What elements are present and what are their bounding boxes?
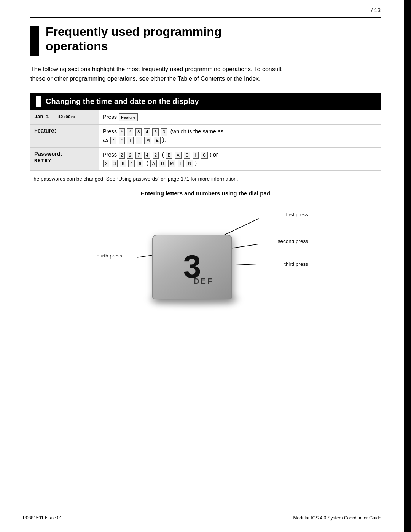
star-key-4: * [119, 137, 125, 144]
p3-key-6: 6 [137, 160, 143, 167]
table-row: Feature: Press * * 8 4 6 3 (which is the… [30, 125, 381, 148]
p3-key-In: I [178, 160, 184, 167]
key-8: 8 [135, 128, 142, 136]
p3-key-S: S [184, 152, 190, 159]
section-block-decoration [36, 96, 41, 107]
p3-key-N: N [186, 160, 193, 167]
page-number-bar: / 13 [30, 0, 381, 18]
p3-key-7: 7 [135, 152, 142, 159]
table-row: Jan 1 12:00PM Press Feature . [30, 110, 381, 125]
p3-key-2a: 2 [119, 152, 125, 159]
p3-key-I: I [193, 152, 199, 159]
chapter-block-decoration [30, 26, 39, 56]
star-key-1: * [119, 128, 125, 136]
key-E: E [154, 137, 160, 144]
p3-key-Ad: A [150, 160, 157, 167]
step3-label: Password: RETRY [30, 147, 99, 171]
label-first-press: first press [286, 212, 308, 217]
p3-key-Mi: M [168, 160, 175, 167]
p3-key-4b: 4 [128, 160, 134, 167]
retry-display: RETRY [34, 158, 95, 164]
star-key-2: * [127, 128, 133, 136]
p3-key-2d: 2 [103, 160, 109, 167]
label-third-press: third press [284, 261, 308, 267]
step3-instruction: Press 2 2 7 4 2 ( B A S I C ) or 2 3 8 [99, 147, 381, 171]
key-T: T [127, 137, 134, 144]
key-3-def: DEF [194, 277, 213, 286]
dialpad-section: Entering letters and numbers using the d… [30, 190, 381, 326]
chapter-heading: Frequently used programming operations [30, 24, 381, 56]
intro-paragraph: The following sections highlight the mos… [30, 65, 289, 84]
p3-key-C: C [201, 152, 208, 159]
page-footer: P0881591 Issue 01 Modular ICS 4.0 System… [23, 513, 381, 521]
key-I: I [136, 137, 142, 144]
p3-key-2c: 2 [153, 152, 159, 159]
p3-key-2b: 2 [127, 152, 133, 159]
key-3: 3 [161, 128, 167, 136]
key-3-body: 3 DEF [152, 235, 232, 299]
star-key-3: * [110, 137, 116, 144]
key-M: M [144, 137, 151, 144]
step1-instruction: Press Feature . [99, 110, 381, 125]
steps-table: Jan 1 12:00PM Press Feature . Feature: P… [30, 110, 381, 171]
step2-instruction: Press * * 8 4 6 3 (which is the same as … [99, 125, 381, 148]
jan-display: Jan 1 12:00PM [34, 114, 75, 120]
step2-label: Feature: [30, 125, 99, 148]
chapter-title: Frequently used programming operations [46, 24, 221, 54]
key-3-container: 3 DEF [145, 227, 244, 311]
label-second-press: second press [278, 238, 308, 244]
label-fourth-press: fourth press [95, 253, 122, 259]
dialpad-heading: Entering letters and numbers using the d… [30, 190, 381, 197]
key-6: 6 [152, 128, 158, 136]
section-heading: Changing the time and date on the displa… [30, 93, 381, 110]
page-number: / 13 [371, 7, 381, 13]
dialpad-diagram: 3 DEF first press second press third pre… [95, 204, 316, 326]
p3-key-A: A [175, 152, 181, 159]
footer-left: P0881591 Issue 01 [23, 515, 62, 521]
step1-label: Jan 1 12:00PM [30, 110, 99, 125]
section-title: Changing the time and date on the displa… [46, 97, 199, 106]
page-container: / 13 Frequently used programming operati… [0, 0, 411, 532]
p3-key-3: 3 [112, 160, 118, 167]
p3-key-B: B [166, 152, 172, 159]
note-text: The passwords can be changed. See “Using… [30, 175, 381, 183]
table-row: Password: RETRY Press 2 2 7 4 2 ( B A S … [30, 147, 381, 171]
feature-key: Feature [119, 113, 138, 121]
content-area: / 13 Frequently used programming operati… [8, 0, 403, 532]
right-bar [404, 0, 411, 532]
footer-right: Modular ICS 4.0 System Coordinator Guide [293, 515, 381, 521]
key-4: 4 [144, 128, 150, 136]
p3-key-4: 4 [144, 152, 150, 159]
p3-key-8: 8 [120, 160, 126, 167]
p3-key-D: D [159, 160, 166, 167]
